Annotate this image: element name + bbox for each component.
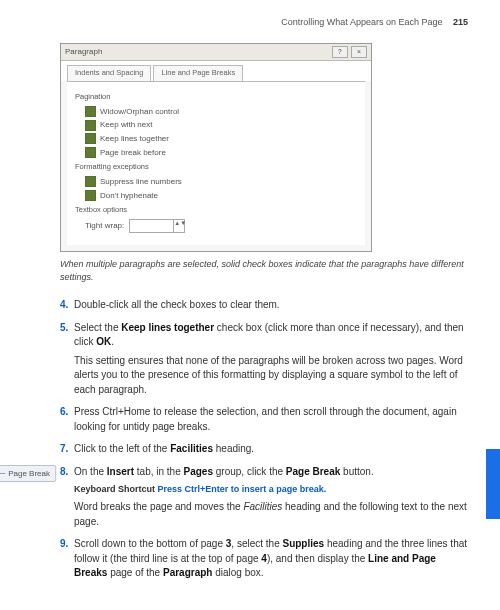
spinner-arrows-icon[interactable]: ▲▼ — [173, 220, 184, 232]
checkbox-keep-with-next[interactable] — [85, 120, 96, 131]
close-icon[interactable]: × — [351, 46, 367, 58]
page-number: 215 — [453, 17, 468, 27]
step-text: Double-click all the check boxes to clea… — [74, 299, 280, 310]
step-4: Double-click all the check boxes to clea… — [60, 298, 468, 313]
step-6: Press Ctrl+Home to release the selection… — [60, 405, 468, 434]
checkbox-dont-hyphenate[interactable] — [85, 190, 96, 201]
group-formatting-exceptions: Formatting exceptions Suppress line numb… — [75, 162, 357, 201]
step-text: Click to the left of the Facilities head… — [74, 443, 254, 454]
tight-wrap-label: Tight wrap: — [85, 220, 124, 232]
step-followup: Word breaks the page and moves the Facil… — [74, 500, 468, 529]
running-header: Controlling What Appears on Each Page 21… — [60, 16, 468, 29]
step-text: Press Ctrl+Home to release the selection… — [74, 406, 457, 432]
tight-wrap-spinner[interactable]: ▲▼ — [129, 219, 185, 233]
checkbox-label: Suppress line numbers — [100, 176, 182, 188]
step-text: Scroll down to the bottom of page 3, sel… — [74, 538, 467, 578]
group-label: Pagination — [75, 92, 357, 103]
group-pagination: Pagination Widow/Orphan control Keep wit… — [75, 92, 357, 158]
page-break-icon — [0, 473, 5, 474]
page-break-label: Page Break — [8, 468, 50, 480]
checkbox-label: Don't hyphenate — [100, 190, 158, 202]
dialog-titlebar: Paragraph ? × — [61, 44, 371, 61]
checkbox-label: Page break before — [100, 147, 166, 159]
keyboard-shortcut: Keyboard Shortcut Press Ctrl+Enter to in… — [74, 483, 468, 496]
step-list: Double-click all the check boxes to clea… — [60, 298, 468, 581]
dialog-figure: Paragraph ? × Indents and Spacing Line a… — [60, 43, 468, 252]
step-8: Page Break On the Insert tab, in the Pag… — [60, 465, 468, 530]
group-label: Formatting exceptions — [75, 162, 357, 173]
checkbox-page-break-before[interactable] — [85, 147, 96, 158]
section-title: Controlling What Appears on Each Page — [281, 17, 442, 27]
step-text: Select the Keep lines together check box… — [74, 322, 464, 348]
tab-line-page-breaks[interactable]: Line and Page Breaks — [153, 65, 243, 81]
checkbox-label: Keep with next — [100, 119, 152, 131]
dialog-title: Paragraph — [65, 46, 102, 58]
page: Controlling What Appears on Each Page 21… — [0, 0, 500, 610]
checkbox-label: Keep lines together — [100, 133, 169, 145]
checkbox-label: Widow/Orphan control — [100, 106, 179, 118]
paragraph-dialog: Paragraph ? × Indents and Spacing Line a… — [60, 43, 372, 252]
step-5: Select the Keep lines together check box… — [60, 321, 468, 398]
dialog-pane: Pagination Widow/Orphan control Keep wit… — [67, 81, 365, 245]
group-label: Textbox options — [75, 205, 357, 216]
thumb-tab — [486, 449, 500, 519]
step-text: On the Insert tab, in the Pages group, c… — [74, 466, 374, 477]
step-9: Scroll down to the bottom of page 3, sel… — [60, 537, 468, 581]
page-break-chip: Page Break — [0, 465, 56, 483]
dialog-tabs: Indents and Spacing Line and Page Breaks — [61, 61, 371, 81]
checkbox-suppress-line-numbers[interactable] — [85, 176, 96, 187]
tab-indents-spacing[interactable]: Indents and Spacing — [67, 65, 151, 81]
step-followup: This setting ensures that none of the pa… — [74, 354, 468, 398]
group-textbox-options: Textbox options Tight wrap: ▲▼ — [75, 205, 357, 233]
help-icon[interactable]: ? — [332, 46, 348, 58]
step-7: Click to the left of the Facilities head… — [60, 442, 468, 457]
figure-caption: When multiple paragraphs are selected, s… — [60, 258, 468, 284]
checkbox-widow-orphan[interactable] — [85, 106, 96, 117]
checkbox-keep-lines-together[interactable] — [85, 133, 96, 144]
